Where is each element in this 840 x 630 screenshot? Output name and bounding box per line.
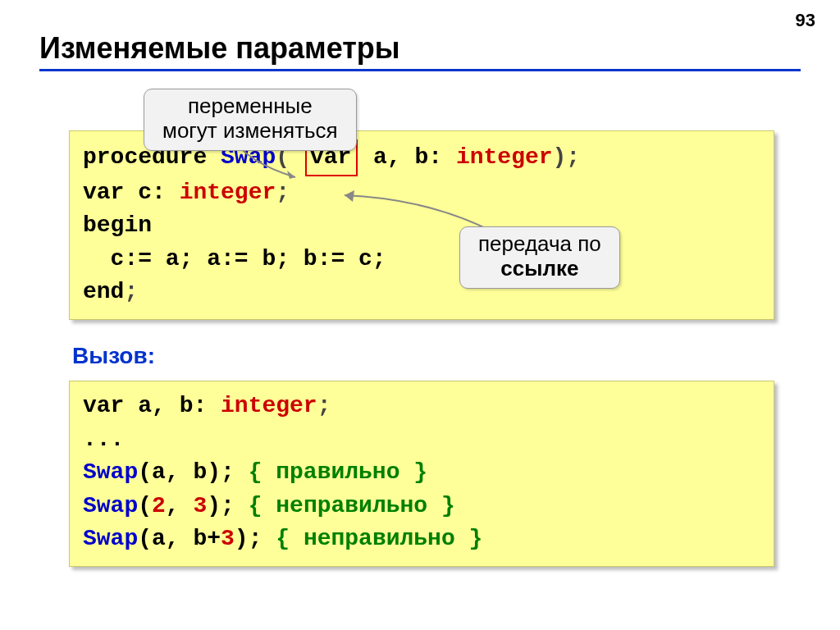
call-line-2: ... (83, 423, 760, 457)
swap-body: c:= a; a:= b; b:= c; (83, 246, 386, 272)
swap1-args: (a, b); (138, 459, 248, 485)
page-number: 93 (796, 10, 815, 31)
kw-var-decl: var (83, 393, 124, 418)
comment-correct: { правильно } (249, 459, 427, 485)
callout-top-line1: переменные (162, 94, 338, 119)
page-title: Изменяемые параметры (39, 31, 801, 66)
swap-call-1: Swap (83, 459, 138, 485)
type-integer-2: integer (180, 180, 276, 205)
callout-reference: передача по ссылке (459, 226, 620, 289)
comment-wrong-2: { неправильно } (276, 526, 482, 551)
local-c: c: (124, 180, 179, 205)
lp4: ( (138, 493, 152, 518)
call-line-4: Swap(2, 3); { неправильно } (83, 490, 760, 523)
type-integer-1: integer (456, 144, 553, 170)
rparen-1: ); (553, 144, 581, 170)
swap-call-3: Swap (83, 526, 138, 551)
callout-right-line1: передача по (478, 232, 601, 257)
params-ab: a, b: (359, 144, 456, 170)
ellipsis: ... (83, 427, 124, 452)
lit-3: 3 (193, 493, 207, 518)
rp5: ); (235, 526, 276, 551)
semi-c1: ; (317, 393, 331, 418)
call-line-3: Swap(a, b); { правильно } (83, 456, 760, 490)
lit-2: 2 (152, 493, 166, 518)
swap-call-2: Swap (83, 493, 138, 518)
semi-5: ; (124, 279, 138, 304)
callout-variables: переменные могут изменяться (144, 89, 357, 151)
kw-begin: begin (83, 212, 152, 238)
code-line-5: end; (83, 276, 760, 309)
comment-wrong-1: { неправильно } (249, 493, 455, 518)
comma4: , (166, 493, 194, 518)
code-line-4: c:= a; a:= b; b:= c; (83, 243, 760, 276)
title-underline (39, 69, 801, 71)
code-line-2: var c: integer; (83, 176, 760, 210)
callout-top-line2: могут изменяться (162, 119, 338, 144)
decl-ab: a, b: (124, 393, 221, 418)
kw-var-local: var (83, 180, 124, 205)
kw-end: end (83, 279, 124, 304)
call-label: Вызов: (72, 343, 801, 369)
swap3-args: (a, b+ (138, 526, 221, 551)
call-line-1: var a, b: integer; (83, 390, 760, 423)
type-integer-3: integer (221, 393, 317, 418)
lit-3b: 3 (221, 526, 235, 551)
rp4: ); (207, 493, 248, 518)
code-line-3: begin (83, 209, 760, 243)
call-line-5: Swap(a, b+3); { неправильно } (83, 523, 760, 556)
code-block-call: var a, b: integer; ... Swap(a, b); { пра… (69, 381, 774, 567)
callout-right-line2: ссылке (478, 257, 601, 281)
code-block-procedure: procedure Swap( var a, b: integer); var … (69, 130, 774, 320)
semi-2: ; (276, 180, 290, 205)
